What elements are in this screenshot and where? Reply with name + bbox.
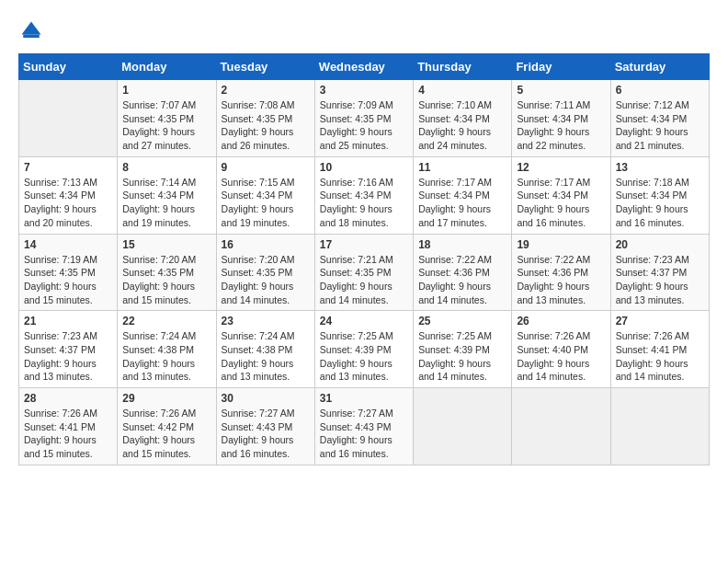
weekday-header: Sunday [19, 54, 118, 80]
day-number: 1 [122, 84, 210, 97]
svg-rect-1 [23, 35, 40, 39]
day-info: Sunrise: 7:19 AMSunset: 4:35 PMDaylight:… [24, 253, 112, 307]
day-info: Sunrise: 7:23 AMSunset: 4:37 PMDaylight:… [616, 253, 704, 307]
calendar-cell: 24Sunrise: 7:25 AMSunset: 4:39 PMDayligh… [314, 311, 413, 388]
calendar-cell: 23Sunrise: 7:24 AMSunset: 4:38 PMDayligh… [216, 311, 314, 388]
calendar-cell: 16Sunrise: 7:20 AMSunset: 4:35 PMDayligh… [216, 234, 314, 311]
calendar-cell: 20Sunrise: 7:23 AMSunset: 4:37 PMDayligh… [610, 234, 709, 311]
day-number: 11 [418, 161, 506, 174]
calendar-cell: 26Sunrise: 7:26 AMSunset: 4:40 PMDayligh… [512, 311, 610, 388]
calendar-cell: 5Sunrise: 7:11 AMSunset: 4:34 PMDaylight… [512, 80, 610, 157]
calendar-cell: 31Sunrise: 7:27 AMSunset: 4:43 PMDayligh… [314, 388, 413, 465]
day-number: 16 [222, 238, 310, 251]
day-info: Sunrise: 7:10 AMSunset: 4:34 PMDaylight:… [418, 98, 506, 153]
calendar-cell [414, 388, 512, 465]
day-info: Sunrise: 7:26 AMSunset: 4:40 PMDaylight:… [517, 329, 605, 384]
day-number: 4 [418, 84, 506, 97]
day-number: 19 [517, 238, 605, 251]
calendar-cell: 17Sunrise: 7:21 AMSunset: 4:35 PMDayligh… [314, 234, 413, 311]
weekday-header: Tuesday [216, 54, 314, 80]
day-info: Sunrise: 7:27 AMSunset: 4:43 PMDaylight:… [320, 407, 408, 461]
calendar-cell: 1Sunrise: 7:07 AMSunset: 4:35 PMDaylight… [118, 80, 216, 157]
day-number: 2 [222, 84, 310, 97]
calendar-cell [19, 80, 118, 157]
weekday-header: Saturday [610, 54, 709, 80]
day-number: 20 [616, 238, 704, 251]
calendar-cell: 22Sunrise: 7:24 AMSunset: 4:38 PMDayligh… [118, 311, 216, 388]
day-info: Sunrise: 7:21 AMSunset: 4:35 PMDaylight:… [320, 253, 408, 307]
page-header [18, 18, 710, 44]
day-number: 15 [122, 238, 210, 251]
weekday-header: Monday [118, 54, 216, 80]
calendar-body: 1Sunrise: 7:07 AMSunset: 4:35 PMDaylight… [19, 80, 710, 465]
day-info: Sunrise: 7:15 AMSunset: 4:34 PMDaylight:… [222, 176, 310, 230]
weekday-header: Wednesday [314, 54, 413, 80]
day-info: Sunrise: 7:25 AMSunset: 4:39 PMDaylight:… [418, 329, 506, 384]
day-number: 3 [320, 84, 408, 97]
day-info: Sunrise: 7:18 AMSunset: 4:34 PMDaylight:… [616, 176, 704, 230]
calendar-week-row: 7Sunrise: 7:13 AMSunset: 4:34 PMDaylight… [19, 156, 710, 234]
day-number: 5 [517, 84, 605, 97]
calendar-header: SundayMondayTuesdayWednesdayThursdayFrid… [19, 54, 710, 80]
day-info: Sunrise: 7:09 AMSunset: 4:35 PMDaylight:… [320, 98, 408, 153]
calendar-week-row: 1Sunrise: 7:07 AMSunset: 4:35 PMDaylight… [19, 80, 710, 157]
calendar-cell: 10Sunrise: 7:16 AMSunset: 4:34 PMDayligh… [314, 156, 413, 234]
calendar-cell [512, 388, 610, 465]
day-info: Sunrise: 7:26 AMSunset: 4:41 PMDaylight:… [24, 407, 112, 461]
calendar-week-row: 21Sunrise: 7:23 AMSunset: 4:37 PMDayligh… [19, 311, 710, 388]
calendar-cell: 29Sunrise: 7:26 AMSunset: 4:42 PMDayligh… [118, 388, 216, 465]
calendar-cell: 7Sunrise: 7:13 AMSunset: 4:34 PMDaylight… [19, 156, 118, 234]
calendar-cell: 19Sunrise: 7:22 AMSunset: 4:36 PMDayligh… [512, 234, 610, 311]
day-number: 21 [24, 315, 112, 327]
calendar-cell: 14Sunrise: 7:19 AMSunset: 4:35 PMDayligh… [19, 234, 118, 311]
day-number: 17 [320, 238, 408, 251]
day-number: 8 [122, 161, 210, 174]
day-info: Sunrise: 7:17 AMSunset: 4:34 PMDaylight:… [517, 176, 605, 230]
day-number: 9 [222, 161, 310, 174]
calendar-cell: 21Sunrise: 7:23 AMSunset: 4:37 PMDayligh… [19, 311, 118, 388]
day-info: Sunrise: 7:26 AMSunset: 4:42 PMDaylight:… [122, 407, 210, 461]
day-info: Sunrise: 7:16 AMSunset: 4:34 PMDaylight:… [320, 176, 408, 230]
calendar-week-row: 28Sunrise: 7:26 AMSunset: 4:41 PMDayligh… [19, 388, 710, 465]
day-info: Sunrise: 7:22 AMSunset: 4:36 PMDaylight:… [517, 253, 605, 307]
day-info: Sunrise: 7:20 AMSunset: 4:35 PMDaylight:… [122, 253, 210, 307]
calendar-cell: 11Sunrise: 7:17 AMSunset: 4:34 PMDayligh… [414, 156, 512, 234]
day-number: 30 [222, 392, 310, 405]
calendar-week-row: 14Sunrise: 7:19 AMSunset: 4:35 PMDayligh… [19, 234, 710, 311]
calendar-cell: 18Sunrise: 7:22 AMSunset: 4:36 PMDayligh… [414, 234, 512, 311]
weekday-header: Friday [512, 54, 610, 80]
calendar-cell: 3Sunrise: 7:09 AMSunset: 4:35 PMDaylight… [314, 80, 413, 157]
day-number: 14 [24, 238, 112, 251]
calendar-cell: 25Sunrise: 7:25 AMSunset: 4:39 PMDayligh… [414, 311, 512, 388]
calendar-cell: 28Sunrise: 7:26 AMSunset: 4:41 PMDayligh… [19, 388, 118, 465]
calendar-table: SundayMondayTuesdayWednesdayThursdayFrid… [18, 53, 710, 465]
calendar-cell: 9Sunrise: 7:15 AMSunset: 4:34 PMDaylight… [216, 156, 314, 234]
day-info: Sunrise: 7:24 AMSunset: 4:38 PMDaylight:… [222, 329, 310, 384]
day-number: 24 [320, 315, 408, 327]
logo [18, 18, 48, 44]
day-info: Sunrise: 7:11 AMSunset: 4:34 PMDaylight:… [517, 98, 605, 153]
calendar-cell: 4Sunrise: 7:10 AMSunset: 4:34 PMDaylight… [414, 80, 512, 157]
day-number: 25 [418, 315, 506, 327]
day-number: 23 [222, 315, 310, 327]
day-info: Sunrise: 7:26 AMSunset: 4:41 PMDaylight:… [616, 329, 704, 384]
day-info: Sunrise: 7:22 AMSunset: 4:36 PMDaylight:… [418, 253, 506, 307]
svg-marker-0 [22, 22, 41, 35]
day-info: Sunrise: 7:23 AMSunset: 4:37 PMDaylight:… [24, 329, 112, 384]
day-number: 18 [418, 238, 506, 251]
calendar-cell: 30Sunrise: 7:27 AMSunset: 4:43 PMDayligh… [216, 388, 314, 465]
day-info: Sunrise: 7:08 AMSunset: 4:35 PMDaylight:… [222, 98, 310, 153]
day-number: 10 [320, 161, 408, 174]
day-number: 6 [616, 84, 704, 97]
day-info: Sunrise: 7:17 AMSunset: 4:34 PMDaylight:… [418, 176, 506, 230]
day-info: Sunrise: 7:14 AMSunset: 4:34 PMDaylight:… [122, 176, 210, 230]
calendar-cell: 13Sunrise: 7:18 AMSunset: 4:34 PMDayligh… [610, 156, 709, 234]
calendar-cell: 15Sunrise: 7:20 AMSunset: 4:35 PMDayligh… [118, 234, 216, 311]
day-info: Sunrise: 7:24 AMSunset: 4:38 PMDaylight:… [122, 329, 210, 384]
day-number: 27 [616, 315, 704, 327]
day-info: Sunrise: 7:27 AMSunset: 4:43 PMDaylight:… [222, 407, 310, 461]
day-info: Sunrise: 7:25 AMSunset: 4:39 PMDaylight:… [320, 329, 408, 384]
day-number: 28 [24, 392, 112, 405]
day-number: 29 [122, 392, 210, 405]
weekday-header: Thursday [414, 54, 512, 80]
